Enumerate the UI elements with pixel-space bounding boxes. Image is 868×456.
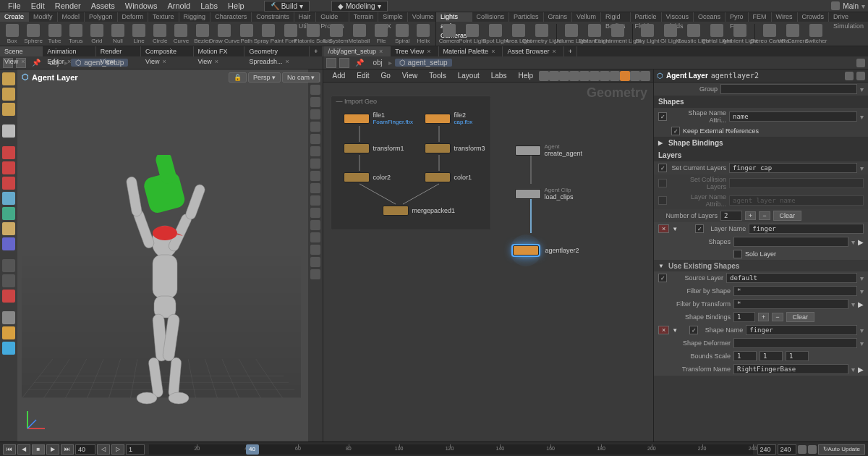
shelf-tab-texture[interactable]: Texture: [148, 12, 179, 22]
shelf-tab-deform[interactable]: Deform: [118, 12, 149, 22]
shelf-tab-wires[interactable]: Wires: [772, 12, 798, 22]
net-menu-tools[interactable]: Tools: [423, 71, 451, 80]
vp-tool-construct[interactable]: [2, 222, 15, 235]
net-opt-6[interactable]: [590, 71, 600, 81]
tab-composite[interactable]: Composite View: [141, 46, 193, 56]
vp-tool-lasso[interactable]: [2, 88, 15, 101]
shelf-tab-fem[interactable]: FEM: [749, 12, 772, 22]
vp-tool-view3[interactable]: [2, 342, 15, 355]
clear-button[interactable]: Clear: [773, 211, 802, 221]
props-node-name[interactable]: agentlayer2: [711, 72, 759, 80]
vp-disp-3[interactable]: [310, 97, 320, 107]
tab-tree[interactable]: Tree View: [391, 46, 438, 56]
menu-labs[interactable]: Labs: [195, 1, 223, 11]
shelf-tab-simplefx[interactable]: Simple FX: [378, 12, 408, 22]
next-key-button[interactable]: ▷: [111, 444, 124, 455]
shelf-tool-grid[interactable]: Grid: [88, 24, 106, 44]
net-path-agent-setup[interactable]: ⬡ agent_setup: [395, 59, 452, 67]
shelf-tab-drive[interactable]: Drive Simulation: [829, 12, 868, 22]
tab-geospread[interactable]: Geometry Spreadsh...: [244, 46, 310, 56]
node-load-clips[interactable]: Agent Clipload_clips: [515, 187, 573, 200]
vp-tool-move[interactable]: [2, 146, 15, 159]
shelf-tab-grains[interactable]: Grains: [544, 12, 573, 22]
shelf-tool-torus[interactable]: Torus: [67, 24, 85, 44]
shelf-tab-model[interactable]: Model: [58, 12, 85, 22]
filter-trans-field[interactable]: [733, 299, 848, 309]
vp-disp-15[interactable]: [310, 245, 320, 255]
net-opt-2[interactable]: [549, 71, 559, 81]
vp-disp-16[interactable]: [310, 257, 320, 267]
use-existing-section[interactable]: ▼Use Existing Shapes: [654, 260, 868, 271]
shelf-tab-rigging[interactable]: Rigging: [179, 12, 211, 22]
vp-disp-7[interactable]: [310, 146, 320, 156]
shelf-tool-platonic-solids[interactable]: Platonic Solids: [303, 24, 323, 44]
node-create-agent[interactable]: Agentcreate_agent: [515, 143, 582, 157]
bounds-z[interactable]: [786, 351, 809, 361]
menu-help[interactable]: Help: [223, 1, 250, 11]
shape-bind-sub[interactable]: −: [772, 313, 783, 321]
tab-render-view[interactable]: Render View: [96, 46, 141, 56]
vp-disp-17[interactable]: [310, 269, 320, 279]
path-pin-icon[interactable]: 📌: [29, 59, 43, 67]
vp-tool-pose[interactable]: [2, 192, 15, 205]
shelf-tool-curve[interactable]: Curve: [172, 24, 190, 44]
num-layers-field[interactable]: [720, 211, 742, 221]
vp-disp-8[interactable]: [310, 159, 320, 169]
shelf-tool-ambient-light[interactable]: Ambient Light: [730, 24, 750, 44]
tab-scene-view[interactable]: Scene View: [0, 46, 43, 56]
lock-icon[interactable]: 🔒: [229, 72, 247, 83]
net-opt-11[interactable]: [640, 71, 650, 81]
persp-dropdown[interactable]: Persp ▾: [248, 72, 281, 83]
vp-disp-6[interactable]: [310, 134, 320, 144]
net-menu-add[interactable]: Add: [326, 71, 351, 80]
shelf-tool-point-light[interactable]: Point Light: [462, 24, 482, 44]
shelf-tab-create[interactable]: Create: [0, 12, 29, 22]
source-layer-field[interactable]: [726, 273, 857, 283]
group-field[interactable]: [720, 84, 857, 94]
tab-material[interactable]: Material Palette: [439, 46, 503, 56]
vp-tool-view1[interactable]: [2, 311, 15, 324]
viewport-3d[interactable]: ⬡ Agent Layer 🔒 Persp ▾ No cam ▾: [0, 69, 323, 442]
layout-icon[interactable]: [831, 1, 840, 10]
vp-tool-snap[interactable]: [2, 237, 15, 250]
shelf-tab-pyro[interactable]: Pyro FX: [726, 12, 749, 22]
build-mode[interactable]: 🔨 Build ▾: [264, 1, 310, 12]
layer-attrib-check[interactable]: [658, 196, 667, 205]
node-transform1[interactable]: transform1: [344, 143, 404, 153]
num-layers-add[interactable]: +: [745, 211, 756, 220]
shelf-tool-environment-light[interactable]: Environment Light: [608, 24, 628, 44]
node-agentlayer2[interactable]: agentlayer2: [510, 235, 579, 266]
net-toolbar-icon[interactable]: [856, 59, 865, 67]
range-start-field[interactable]: [126, 444, 145, 455]
menu-file[interactable]: File: [3, 1, 26, 11]
vp-disp-10[interactable]: [310, 183, 320, 193]
shelf-tab-polygon[interactable]: Polygon: [85, 12, 118, 22]
net-menu-edit[interactable]: Edit: [351, 71, 375, 80]
net-menu-view[interactable]: View: [396, 71, 424, 80]
menu-edit[interactable]: Edit: [26, 1, 50, 11]
layer-enable-check[interactable]: ✓: [695, 224, 704, 233]
set-current-check[interactable]: ✓: [658, 164, 667, 172]
camera-dropdown[interactable]: No cam ▾: [282, 72, 320, 83]
vp-disp-14[interactable]: [310, 232, 320, 242]
shelf-tab-lights[interactable]: Lights and Cameras: [436, 12, 472, 22]
vp-tool-handle[interactable]: [2, 207, 15, 220]
net-opt-3[interactable]: [559, 71, 569, 81]
vp-disp-11[interactable]: [310, 195, 320, 206]
vp-tool-extra1[interactable]: [2, 259, 15, 272]
menu-windows[interactable]: Windows: [120, 1, 163, 11]
shelf-tab-vellum[interactable]: Vellum: [572, 12, 601, 22]
shelf-tab-modify[interactable]: Modify: [29, 12, 58, 22]
shape-deformer-field[interactable]: [733, 338, 857, 348]
arrow-icon[interactable]: [2, 124, 15, 138]
shelf-tool-switcher[interactable]: Switcher: [806, 24, 826, 44]
shelf-tool-l-system[interactable]: L-System: [326, 24, 346, 44]
playhead[interactable]: 40: [246, 444, 259, 455]
bounds-x[interactable]: [733, 351, 757, 361]
menu-arnold[interactable]: Arnold: [162, 1, 195, 11]
net-opt-7[interactable]: [600, 71, 610, 81]
transform-name-field[interactable]: [733, 364, 848, 374]
network-canvas[interactable]: Geometry — Import Geo: [323, 83, 653, 442]
shelf-tool-draw-curve[interactable]: Draw Curve: [214, 24, 234, 44]
vp-tool-rotate[interactable]: [2, 161, 15, 174]
